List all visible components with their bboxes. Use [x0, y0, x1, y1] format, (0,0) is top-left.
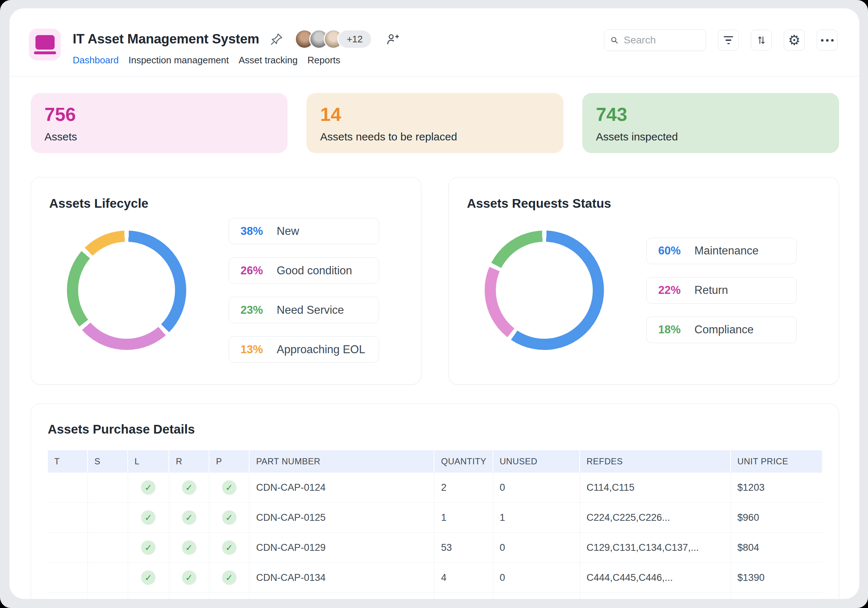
lifecycle-donut-chart	[67, 230, 186, 350]
check-icon: ✓	[141, 480, 155, 495]
stat-label: Assets inspected	[596, 131, 825, 143]
tab-reports[interactable]: Reports	[307, 54, 340, 66]
requests-donut-chart	[485, 230, 604, 350]
cell-unused: 2	[493, 593, 580, 599]
flag-cell-t	[48, 473, 88, 503]
table-header-row: TSLRPPART NUMBERQUANTITYUNUSEDREFDESUNIT…	[48, 450, 822, 473]
assets-lifecycle-card: Assets Lifecycle 38%New26%Good condition…	[31, 177, 422, 385]
flag-cell-s	[88, 563, 128, 593]
flag-cell-r: ✓	[169, 503, 209, 533]
stat-label: Assets	[45, 131, 274, 143]
stat-cards: 756Assets14Assets needs to be replaced74…	[9, 76, 859, 153]
cell-quantity: 12	[434, 593, 493, 599]
gear-icon: ⚙	[788, 33, 800, 47]
tab-inspection-management[interactable]: Inspection management	[129, 54, 229, 66]
legend-label: Approaching EOL	[277, 343, 365, 356]
cell-refdes: C224,C225,C226...	[580, 503, 731, 533]
add-user-icon[interactable]	[385, 32, 399, 46]
flag-cell-t	[48, 593, 88, 599]
cell-quantity: 1	[434, 503, 493, 533]
flag-cell-s	[88, 503, 128, 533]
cell-refdes: C114,C115	[580, 473, 731, 503]
legend-item-compliance: 18%Compliance	[646, 317, 797, 343]
flag-cell-s	[88, 533, 128, 563]
column-header-unit-price: UNIT PRICE	[731, 450, 822, 473]
app-window: IT Asset Management System +12	[9, 8, 859, 599]
cell-part-number: CDN-CAP-0134	[250, 563, 434, 593]
cell-part-number: CDN-CAP-0136	[250, 593, 434, 599]
table-row-cdn-cap-0134: ✓✓✓CDN-CAP-013440C444,C445,C446,...$1390	[48, 563, 822, 593]
cell-unit-price: $1390	[731, 563, 822, 593]
header-actions: ⚙	[604, 29, 838, 51]
cell-unit-price: $960	[731, 503, 822, 533]
check-icon: ✓	[182, 540, 196, 555]
stat-value: 756	[45, 104, 274, 126]
cell-unit-price: $1813	[731, 593, 822, 599]
lifecycle-legend: 38%New26%Good condition23%Need Service13…	[229, 218, 379, 362]
stat-value: 14	[320, 104, 549, 126]
filter-icon	[724, 36, 733, 45]
search-box[interactable]	[604, 29, 706, 51]
tab-dashboard[interactable]: Dashboard	[73, 54, 119, 66]
legend-label: New	[277, 225, 299, 238]
check-icon: ✓	[222, 571, 237, 585]
more-button[interactable]	[817, 30, 838, 51]
cell-part-number: CDN-CAP-0125	[250, 503, 434, 533]
check-icon: ✓	[141, 540, 155, 555]
flag-cell-l: ✓	[128, 533, 169, 563]
tab-asset-tracking[interactable]: Asset tracking	[239, 54, 298, 66]
avatar-stack[interactable]: +12	[295, 29, 372, 49]
stat-label: Assets needs to be replaced	[320, 131, 549, 143]
flag-cell-t	[48, 533, 88, 563]
cell-quantity: 2	[434, 473, 493, 503]
avatar-overflow-badge: +12	[338, 29, 372, 49]
column-header-t: T	[48, 450, 88, 473]
flag-cell-r: ✓	[169, 563, 209, 593]
sort-button[interactable]	[751, 30, 772, 51]
cell-refdes: C464,C465,C466,...	[580, 593, 731, 599]
pin-icon[interactable]	[270, 33, 283, 46]
top-bar: IT Asset Management System +12	[9, 8, 859, 66]
legend-percent: 60%	[658, 244, 688, 257]
column-header-p: P	[209, 450, 250, 473]
check-icon: ✓	[182, 480, 196, 495]
legend-percent: 38%	[240, 225, 270, 238]
flag-cell-p: ✓	[209, 563, 250, 593]
flag-cell-s	[88, 473, 128, 503]
cell-part-number: CDN-CAP-0124	[250, 473, 434, 503]
app-logo-laptop-icon	[29, 29, 61, 61]
column-header-s: S	[88, 450, 128, 473]
sort-icon	[755, 34, 767, 46]
legend-item-need-service: 23%Need Service	[229, 297, 379, 323]
legend-item-new: 38%New	[229, 218, 379, 244]
legend-percent: 26%	[240, 264, 270, 277]
flag-cell-p: ✓	[209, 593, 250, 599]
search-icon	[610, 35, 619, 45]
table-body: ✓✓✓CDN-CAP-012420C114,C115$1203✓✓✓CDN-CA…	[48, 473, 822, 599]
filter-button[interactable]	[718, 30, 739, 51]
search-input[interactable]	[623, 34, 700, 46]
cell-unused: 0	[493, 473, 580, 503]
column-header-quantity: QUANTITY	[434, 450, 493, 473]
check-icon: ✓	[141, 510, 155, 525]
legend-item-good-condition: 26%Good condition	[229, 257, 379, 284]
stat-card-assets-needs-to-be-replaced: 14Assets needs to be replaced	[306, 93, 563, 153]
settings-button[interactable]: ⚙	[784, 30, 805, 51]
cell-refdes: C444,C445,C446,...	[580, 563, 731, 593]
chart-cards: Assets Lifecycle 38%New26%Good condition…	[31, 177, 839, 385]
flag-cell-l: ✓	[128, 503, 169, 533]
ellipsis-icon	[821, 39, 834, 42]
cell-quantity: 4	[434, 563, 493, 593]
cell-part-number: CDN-CAP-0129	[250, 533, 434, 563]
check-icon: ✓	[222, 540, 237, 555]
legend-item-approaching-eol: 13%Approaching EOL	[229, 336, 379, 362]
table-row-cdn-cap-0124: ✓✓✓CDN-CAP-012420C114,C115$1203	[48, 473, 822, 503]
column-header-l: L	[128, 450, 169, 473]
legend-percent: 13%	[240, 343, 270, 356]
assets-requests-status-card: Assets Requests Status 60%Maintenance22%…	[448, 177, 839, 385]
table-row-cdn-cap-0125: ✓✓✓CDN-CAP-012511C224,C225,C226...$960	[48, 503, 822, 533]
cell-quantity: 53	[434, 533, 493, 563]
column-header-refdes: REFDES	[580, 450, 731, 473]
legend-label: Maintenance	[694, 244, 759, 257]
requests-legend: 60%Maintenance22%Return18%Compliance	[646, 238, 797, 343]
